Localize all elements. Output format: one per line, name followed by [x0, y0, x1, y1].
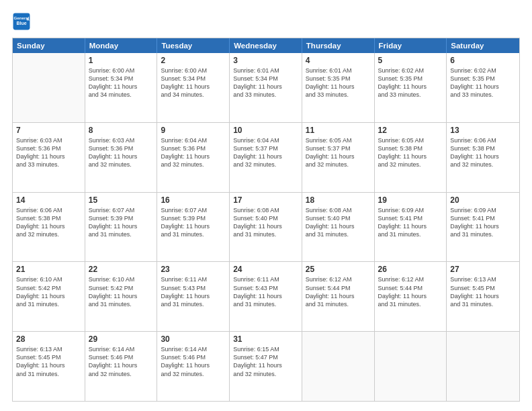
- calendar-day-18: 18Sunrise: 6:08 AMSunset: 5:40 PMDayligh…: [302, 193, 375, 262]
- calendar-day-15: 15Sunrise: 6:07 AMSunset: 5:39 PMDayligh…: [85, 193, 158, 262]
- calendar-day-17: 17Sunrise: 6:08 AMSunset: 5:40 PMDayligh…: [230, 193, 302, 262]
- calendar-day-22: 22Sunrise: 6:10 AMSunset: 5:42 PMDayligh…: [85, 262, 158, 331]
- calendar-day-25: 25Sunrise: 6:12 AMSunset: 5:44 PMDayligh…: [302, 262, 375, 331]
- day-number: 20: [450, 195, 516, 205]
- day-number: 9: [161, 126, 226, 135]
- day-info: Sunrise: 6:03 AMSunset: 5:36 PMDaylight:…: [89, 136, 154, 169]
- weekday-header-sunday: Sunday: [13, 38, 85, 53]
- weekday-header-monday: Monday: [85, 38, 158, 53]
- calendar-day-5: 5Sunrise: 6:02 AMSunset: 5:35 PMDaylight…: [375, 53, 447, 122]
- day-number: 11: [306, 126, 371, 135]
- calendar-day-28: 28Sunrise: 6:13 AMSunset: 5:45 PMDayligh…: [13, 332, 85, 401]
- day-info: Sunrise: 6:14 AMSunset: 5:46 PMDaylight:…: [161, 345, 226, 378]
- day-info: Sunrise: 6:06 AMSunset: 5:38 PMDaylight:…: [16, 206, 81, 239]
- day-number: 30: [161, 334, 226, 344]
- weekday-header-saturday: Saturday: [447, 38, 519, 53]
- calendar-day-23: 23Sunrise: 6:11 AMSunset: 5:43 PMDayligh…: [157, 262, 230, 331]
- page: General Blue SundayMondayTuesdayWednesda…: [0, 0, 532, 411]
- day-number: 22: [89, 265, 154, 274]
- day-info: Sunrise: 6:11 AMSunset: 5:43 PMDaylight:…: [161, 275, 226, 308]
- day-number: 8: [89, 126, 154, 135]
- logo: General Blue: [12, 12, 34, 31]
- calendar-day-24: 24Sunrise: 6:11 AMSunset: 5:43 PMDayligh…: [230, 262, 302, 331]
- calendar-header-row: SundayMondayTuesdayWednesdayThursdayFrid…: [13, 38, 519, 53]
- day-number: 6: [450, 56, 516, 65]
- day-info: Sunrise: 6:00 AMSunset: 5:34 PMDaylight:…: [161, 66, 226, 99]
- calendar-row-4: 21Sunrise: 6:10 AMSunset: 5:42 PMDayligh…: [13, 262, 519, 332]
- calendar-day-16: 16Sunrise: 6:07 AMSunset: 5:39 PMDayligh…: [157, 193, 230, 262]
- day-info: Sunrise: 6:01 AMSunset: 5:34 PMDaylight:…: [233, 66, 298, 99]
- day-info: Sunrise: 6:07 AMSunset: 5:39 PMDaylight:…: [89, 206, 154, 239]
- weekday-header-thursday: Thursday: [302, 38, 375, 53]
- day-number: 23: [161, 265, 226, 274]
- calendar-day-14: 14Sunrise: 6:06 AMSunset: 5:38 PMDayligh…: [13, 193, 85, 262]
- day-number: 15: [89, 195, 154, 205]
- calendar-day-13: 13Sunrise: 6:06 AMSunset: 5:38 PMDayligh…: [447, 123, 519, 192]
- day-info: Sunrise: 6:14 AMSunset: 5:46 PMDaylight:…: [89, 345, 154, 378]
- day-info: Sunrise: 6:03 AMSunset: 5:36 PMDaylight:…: [16, 136, 81, 169]
- day-number: 25: [306, 265, 371, 274]
- calendar: SundayMondayTuesdayWednesdayThursdayFrid…: [12, 38, 520, 402]
- calendar-day-12: 12Sunrise: 6:05 AMSunset: 5:38 PMDayligh…: [375, 123, 447, 192]
- day-info: Sunrise: 6:10 AMSunset: 5:42 PMDaylight:…: [16, 275, 81, 308]
- day-info: Sunrise: 6:05 AMSunset: 5:38 PMDaylight:…: [378, 136, 443, 169]
- svg-text:Blue: Blue: [16, 21, 26, 26]
- calendar-row-1: 1Sunrise: 6:00 AMSunset: 5:34 PMDaylight…: [13, 53, 519, 123]
- day-number: 3: [233, 56, 298, 65]
- day-number: 4: [306, 56, 371, 65]
- day-number: 12: [378, 126, 443, 135]
- day-info: Sunrise: 6:12 AMSunset: 5:44 PMDaylight:…: [378, 275, 443, 308]
- calendar-day-4: 4Sunrise: 6:01 AMSunset: 5:35 PMDaylight…: [302, 53, 375, 122]
- calendar-day-29: 29Sunrise: 6:14 AMSunset: 5:46 PMDayligh…: [85, 332, 158, 401]
- calendar-empty-cell: [302, 332, 375, 401]
- calendar-day-11: 11Sunrise: 6:05 AMSunset: 5:37 PMDayligh…: [302, 123, 375, 192]
- header: General Blue: [12, 12, 520, 31]
- day-number: 17: [233, 195, 298, 205]
- calendar-day-7: 7Sunrise: 6:03 AMSunset: 5:36 PMDaylight…: [13, 123, 85, 192]
- calendar-day-1: 1Sunrise: 6:00 AMSunset: 5:34 PMDaylight…: [85, 53, 158, 122]
- day-info: Sunrise: 6:08 AMSunset: 5:40 PMDaylight:…: [233, 206, 298, 239]
- calendar-day-9: 9Sunrise: 6:04 AMSunset: 5:36 PMDaylight…: [157, 123, 230, 192]
- day-number: 31: [233, 334, 298, 344]
- calendar-day-3: 3Sunrise: 6:01 AMSunset: 5:34 PMDaylight…: [230, 53, 302, 122]
- day-number: 5: [378, 56, 443, 65]
- day-number: 1: [89, 56, 154, 65]
- day-number: 26: [378, 265, 443, 274]
- day-number: 13: [450, 126, 516, 135]
- calendar-row-3: 14Sunrise: 6:06 AMSunset: 5:38 PMDayligh…: [13, 193, 519, 263]
- day-number: 2: [161, 56, 226, 65]
- calendar-day-10: 10Sunrise: 6:04 AMSunset: 5:37 PMDayligh…: [230, 123, 302, 192]
- day-number: 16: [161, 195, 226, 205]
- weekday-header-tuesday: Tuesday: [157, 38, 230, 53]
- day-number: 28: [16, 334, 81, 344]
- calendar-day-8: 8Sunrise: 6:03 AMSunset: 5:36 PMDaylight…: [85, 123, 158, 192]
- weekday-header-wednesday: Wednesday: [230, 38, 302, 53]
- day-info: Sunrise: 6:08 AMSunset: 5:40 PMDaylight:…: [306, 206, 371, 239]
- day-info: Sunrise: 6:06 AMSunset: 5:38 PMDaylight:…: [450, 136, 516, 169]
- logo-icon: General Blue: [12, 12, 31, 31]
- calendar-empty-cell: [375, 332, 447, 401]
- calendar-day-30: 30Sunrise: 6:14 AMSunset: 5:46 PMDayligh…: [157, 332, 230, 401]
- calendar-day-20: 20Sunrise: 6:09 AMSunset: 5:41 PMDayligh…: [447, 193, 519, 262]
- calendar-empty-cell: [13, 53, 85, 122]
- day-info: Sunrise: 6:04 AMSunset: 5:36 PMDaylight:…: [161, 136, 226, 169]
- day-number: 18: [306, 195, 371, 205]
- calendar-day-31: 31Sunrise: 6:15 AMSunset: 5:47 PMDayligh…: [230, 332, 302, 401]
- day-number: 10: [233, 126, 298, 135]
- day-number: 29: [89, 334, 154, 344]
- day-number: 7: [16, 126, 81, 135]
- calendar-row-5: 28Sunrise: 6:13 AMSunset: 5:45 PMDayligh…: [13, 332, 519, 401]
- calendar-empty-cell: [447, 332, 519, 401]
- day-info: Sunrise: 6:07 AMSunset: 5:39 PMDaylight:…: [161, 206, 226, 239]
- day-info: Sunrise: 6:15 AMSunset: 5:47 PMDaylight:…: [233, 345, 298, 378]
- day-info: Sunrise: 6:13 AMSunset: 5:45 PMDaylight:…: [450, 275, 516, 308]
- weekday-header-friday: Friday: [375, 38, 447, 53]
- day-info: Sunrise: 6:10 AMSunset: 5:42 PMDaylight:…: [89, 275, 154, 308]
- day-info: Sunrise: 6:09 AMSunset: 5:41 PMDaylight:…: [378, 206, 443, 239]
- day-info: Sunrise: 6:02 AMSunset: 5:35 PMDaylight:…: [450, 66, 516, 99]
- calendar-day-27: 27Sunrise: 6:13 AMSunset: 5:45 PMDayligh…: [447, 262, 519, 331]
- day-number: 19: [378, 195, 443, 205]
- day-info: Sunrise: 6:13 AMSunset: 5:45 PMDaylight:…: [16, 345, 81, 378]
- day-info: Sunrise: 6:11 AMSunset: 5:43 PMDaylight:…: [233, 275, 298, 308]
- day-info: Sunrise: 6:01 AMSunset: 5:35 PMDaylight:…: [306, 66, 371, 99]
